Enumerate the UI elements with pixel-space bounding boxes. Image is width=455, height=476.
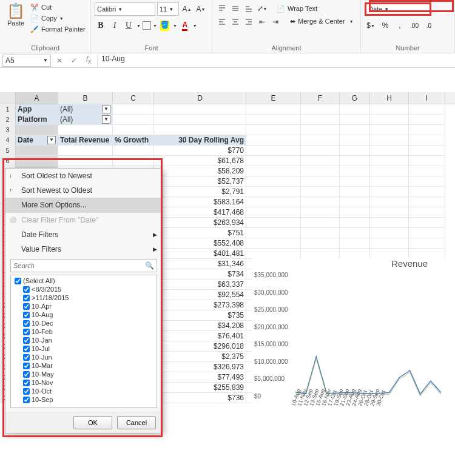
cell[interactable]: $34,208 [154, 321, 246, 331]
align-left-icon[interactable] [216, 16, 228, 28]
filter-item[interactable]: 10-Oct [13, 387, 154, 395]
col-header[interactable]: D [154, 92, 246, 104]
checkbox[interactable] [23, 346, 30, 352]
filter-item[interactable]: 10-Aug [13, 310, 154, 319]
percent-button[interactable]: % [379, 19, 391, 32]
pivot-value-platform[interactable]: (All)▼ [58, 115, 113, 125]
checkbox[interactable] [23, 286, 30, 293]
cell[interactable]: $735 [154, 310, 246, 321]
row-header[interactable]: 3 [0, 125, 16, 135]
cell[interactable]: $2,375 [154, 352, 246, 362]
cell[interactable] [16, 156, 58, 166]
align-bottom-icon[interactable] [243, 2, 255, 15]
cell[interactable]: $736 [154, 393, 246, 403]
increase-font-icon[interactable]: A▲ [181, 3, 193, 15]
cell[interactable]: $552,408 [154, 238, 246, 249]
row-header[interactable]: 2 [0, 115, 16, 125]
filter-item[interactable]: 10-Sep [13, 395, 154, 404]
filter-item[interactable]: >11/18/2015 [13, 293, 154, 302]
fx-icon[interactable]: fx [83, 55, 95, 65]
increase-indent-icon[interactable]: ⇥ [269, 16, 281, 28]
sort-oldest-newest[interactable]: ↓Sort Oldest to Newest [5, 169, 162, 183]
cell[interactable]: $770 [154, 146, 246, 156]
cell[interactable] [113, 146, 154, 156]
row-header[interactable]: 6 [0, 156, 16, 166]
ok-button[interactable]: OK [73, 416, 112, 429]
filter-item[interactable]: (Select All) [13, 277, 154, 285]
cell[interactable]: $326,973 [154, 362, 246, 372]
font-color-button[interactable]: A [179, 19, 191, 32]
row-header[interactable]: 5 [0, 146, 16, 156]
cell[interactable]: $417,468 [154, 207, 246, 218]
cell[interactable]: $92,554 [154, 290, 246, 300]
filter-item[interactable]: 10-Mar [13, 361, 154, 370]
checkbox[interactable] [23, 329, 30, 335]
checkbox[interactable] [23, 320, 30, 327]
decrease-font-icon[interactable]: A▼ [195, 3, 207, 15]
checkbox[interactable] [23, 312, 30, 318]
sort-newest-oldest[interactable]: ↑Sort Newest to Oldest [5, 183, 162, 198]
align-middle-icon[interactable] [229, 2, 241, 15]
comma-button[interactable]: , [394, 19, 406, 32]
cell[interactable]: $61,678 [154, 156, 246, 166]
pivot-field-app[interactable]: App [16, 104, 58, 115]
row-header[interactable]: 4 [0, 135, 16, 146]
filter-item[interactable]: 10-Jul [13, 344, 154, 353]
search-input[interactable] [13, 262, 145, 269]
cell[interactable]: $263,934 [154, 218, 246, 228]
copy-button[interactable]: 📄Copy▼ [29, 13, 87, 23]
filter-item[interactable]: <8/3/2015 [13, 285, 154, 293]
filter-item[interactable]: 10-Jun [13, 353, 154, 361]
col-header[interactable]: F [301, 92, 340, 104]
row-header[interactable]: 1 [0, 104, 16, 115]
col-header[interactable]: I [409, 92, 445, 104]
col-header[interactable]: A [16, 92, 58, 104]
cancel-button[interactable]: Cancel [117, 416, 156, 429]
cell[interactable]: $76,401 [154, 331, 246, 341]
cut-button[interactable]: ✂️Cut [29, 2, 87, 12]
orientation-button[interactable]: ⤢▼ [256, 2, 268, 15]
checkbox[interactable] [23, 337, 30, 344]
filter-item[interactable]: 10-Apr [13, 302, 154, 310]
border-button[interactable] [143, 21, 151, 30]
cell[interactable]: $296,018 [154, 341, 246, 352]
fill-color-button[interactable]: 🪣 [159, 19, 171, 32]
number-format-combo[interactable]: Date▼ [365, 2, 431, 16]
enter-formula-icon[interactable]: ✓ [68, 56, 80, 65]
cell[interactable]: $52,737 [154, 176, 246, 187]
decrease-indent-icon[interactable]: ⇤ [256, 16, 268, 28]
underline-button[interactable]: U [123, 19, 135, 32]
increase-decimal-icon[interactable]: .00 [408, 19, 420, 32]
cell[interactable]: $255,839 [154, 383, 246, 393]
filter-item[interactable]: 10-Jan [13, 336, 154, 344]
cell[interactable]: $2,791 [154, 187, 246, 197]
dropdown-icon[interactable]: ▼ [47, 136, 56, 144]
cell[interactable]: $31,346 [154, 259, 246, 269]
filter-item[interactable]: 10-Nov [13, 378, 154, 387]
cell[interactable]: $751 [154, 228, 246, 238]
col-header[interactable]: H [370, 92, 409, 104]
filter-item[interactable]: 10-May [13, 370, 154, 378]
more-sort-options[interactable]: More Sort Options... [5, 198, 162, 212]
align-right-icon[interactable] [243, 16, 255, 28]
filter-item[interactable]: 10-Dec [13, 319, 154, 327]
cell[interactable] [16, 146, 58, 156]
cell[interactable]: $401,481 [154, 249, 246, 259]
col-header[interactable]: C [113, 92, 154, 104]
value-filters[interactable]: Value Filters▶ [5, 242, 162, 256]
checkbox[interactable] [23, 397, 30, 403]
merge-center-button[interactable]: ⬌Merge & Center▼ [289, 17, 355, 26]
pivot-field-platform[interactable]: Platform [16, 115, 58, 125]
format-painter-button[interactable]: 🖌️Format Painter [29, 24, 87, 34]
checkbox[interactable] [23, 371, 30, 378]
cell[interactable]: $273,398 [154, 300, 246, 310]
cell[interactable]: $63,337 [154, 280, 246, 290]
wrap-text-button[interactable]: 📄Wrap Text [275, 4, 318, 13]
align-top-icon[interactable] [216, 2, 228, 15]
align-center-icon[interactable] [229, 16, 241, 28]
cell[interactable]: $77,493 [154, 372, 246, 383]
font-name-combo[interactable]: Calibri▼ [95, 2, 155, 16]
bold-button[interactable]: B [95, 19, 107, 32]
checkbox[interactable] [23, 388, 30, 395]
checkbox[interactable] [15, 278, 21, 284]
